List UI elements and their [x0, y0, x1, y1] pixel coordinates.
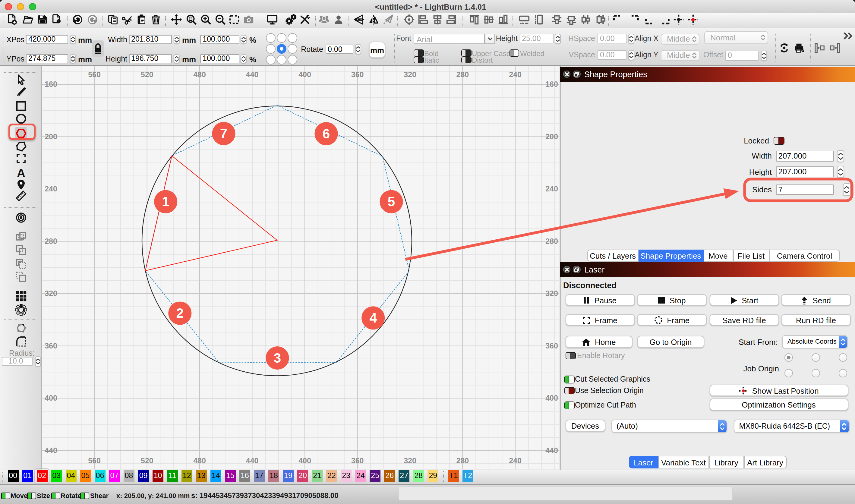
svg-text:440: 440: [44, 446, 57, 454]
svg-text:A: A: [17, 167, 25, 179]
svg-text:280: 280: [457, 456, 469, 465]
svg-text:400: 400: [299, 456, 311, 465]
svg-text:400: 400: [299, 70, 311, 79]
svg-text:320: 320: [546, 289, 558, 298]
svg-text:440: 440: [246, 70, 259, 79]
svg-text:360: 360: [546, 342, 558, 350]
svg-text:160: 160: [44, 80, 57, 88]
svg-text:360: 360: [351, 456, 364, 465]
svg-text:4: 4: [369, 310, 377, 325]
svg-text:480: 480: [193, 70, 206, 79]
svg-text:1: 1: [162, 194, 169, 209]
svg-text:280: 280: [44, 237, 57, 245]
svg-text:360: 360: [351, 70, 364, 79]
svg-text:280: 280: [546, 237, 558, 245]
svg-text:3: 3: [274, 350, 281, 365]
svg-text:360: 360: [44, 342, 57, 350]
svg-text:160: 160: [546, 80, 558, 88]
svg-text:7: 7: [220, 126, 227, 141]
svg-text:240: 240: [44, 184, 57, 193]
svg-text:240: 240: [546, 184, 558, 193]
svg-text:560: 560: [88, 70, 101, 79]
svg-text:440: 440: [246, 456, 259, 465]
svg-text:440: 440: [546, 446, 558, 454]
svg-text:280: 280: [457, 70, 469, 79]
svg-text:240: 240: [509, 456, 521, 465]
svg-text:400: 400: [44, 394, 57, 402]
svg-text:6: 6: [323, 126, 330, 141]
svg-text:240: 240: [509, 70, 521, 79]
svg-text:320: 320: [44, 289, 57, 298]
svg-text:480: 480: [193, 456, 206, 465]
svg-text:520: 520: [141, 70, 154, 79]
svg-text:5: 5: [388, 194, 395, 209]
svg-text:320: 320: [404, 70, 416, 79]
svg-text:2: 2: [176, 306, 183, 320]
svg-text:400: 400: [546, 394, 558, 402]
svg-text:520: 520: [141, 456, 154, 465]
svg-text:560: 560: [88, 456, 101, 465]
svg-text:320: 320: [404, 456, 416, 465]
svg-text:200: 200: [546, 132, 558, 141]
svg-text:200: 200: [44, 132, 57, 141]
